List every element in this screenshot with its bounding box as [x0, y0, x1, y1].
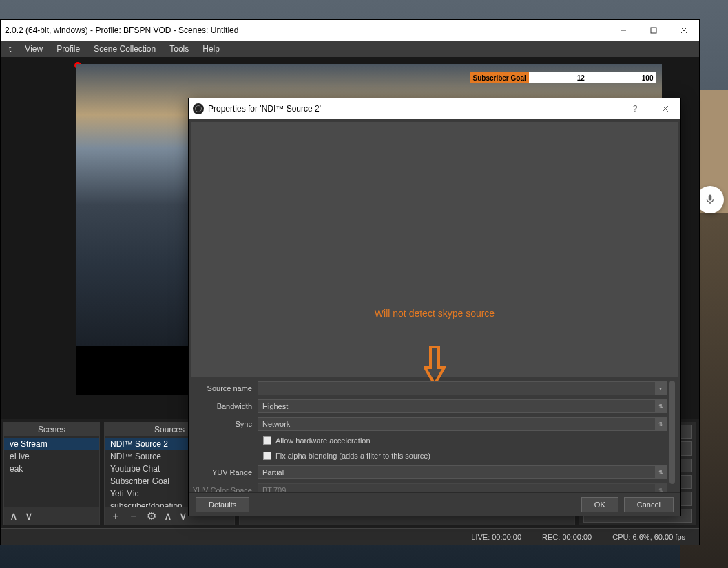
menu-item[interactable]: Scene Collection	[87, 41, 163, 56]
sub-goal-max: 100	[642, 74, 654, 82]
label-bandwidth: Bandwidth	[189, 402, 258, 410]
label-source-name: Source name	[189, 384, 258, 392]
annotation-text: Will not detect skype source	[375, 308, 495, 319]
window-title: 2.0.2 (64-bit, windows) - Profile: BFSPN…	[5, 25, 238, 35]
source-name-dropdown[interactable]: ▾	[258, 381, 667, 395]
microphone-icon	[704, 193, 716, 206]
yuv-range-dropdown[interactable]: Partial⇅	[258, 465, 667, 479]
close-icon	[662, 105, 669, 112]
label-fix-alpha: Fix alpha blending (adds a filter to thi…	[275, 452, 430, 460]
maximize-button[interactable]	[638, 20, 669, 41]
move-down-icon[interactable]: ∨	[179, 509, 187, 523]
scene-item[interactable]: eLive	[4, 450, 99, 463]
dialog-form: Source name ▾ Bandwidth Highest⇅ Sync Ne…	[189, 379, 680, 492]
microphone-button[interactable]	[696, 186, 724, 213]
obs-titlebar[interactable]: 2.0.2 (64-bit, windows) - Profile: BFSPN…	[1, 20, 699, 41]
dialog-preview: Will not detect skype source	[191, 122, 678, 377]
status-bar: LIVE: 00:00:00 REC: 00:00:00 CPU: 6.6%, …	[1, 528, 699, 545]
menu-item[interactable]: t	[2, 41, 18, 56]
menu-item[interactable]: Help	[196, 41, 227, 56]
sub-goal-current: 12	[577, 74, 585, 82]
yuv-cs-dropdown[interactable]: BT.709⇅	[258, 483, 667, 492]
sub-goal-label: Subscriber Goal	[470, 72, 529, 83]
minimize-button[interactable]	[608, 20, 638, 41]
scenes-panel: Scenes ve Stream eLive eak ∧ ∨	[3, 422, 100, 525]
move-up-icon[interactable]: ∧	[10, 509, 18, 523]
ok-button[interactable]: OK	[581, 497, 618, 512]
status-rec: REC: 00:00:00	[542, 533, 592, 541]
menu-item[interactable]: Profile	[50, 41, 87, 56]
obs-menubar: t View Profile Scene Collection Tools He…	[1, 41, 699, 57]
svg-rect-1	[651, 28, 656, 33]
scenes-header: Scenes	[4, 423, 99, 436]
label-yuv-cs: YUV Color Space	[189, 486, 258, 492]
close-button[interactable]	[669, 20, 699, 41]
dialog-titlebar[interactable]: Properties for 'NDI™ Source 2' ?	[189, 98, 680, 119]
label-yuv-range: YUV Range	[189, 468, 258, 476]
menu-item[interactable]: Tools	[163, 41, 196, 56]
dialog-close-button[interactable]	[650, 98, 680, 119]
allow-hw-checkbox[interactable]	[263, 436, 271, 445]
status-cpu: CPU: 6.6%, 60.00 fps	[612, 533, 685, 541]
dialog-title: Properties for 'NDI™ Source 2'	[208, 104, 321, 114]
scene-item[interactable]: eak	[4, 463, 99, 475]
dialog-button-row: Defaults OK Cancel	[189, 492, 680, 516]
fix-alpha-checkbox[interactable]	[263, 452, 271, 460]
status-live: LIVE: 00:00:00	[471, 533, 521, 541]
remove-icon[interactable]: −	[128, 510, 139, 523]
defaults-button[interactable]: Defaults	[196, 497, 249, 512]
gear-icon[interactable]: ⚙	[146, 509, 157, 523]
bandwidth-dropdown[interactable]: Highest⇅	[258, 399, 667, 413]
scrollbar[interactable]	[669, 381, 675, 484]
menu-item[interactable]: View	[18, 41, 50, 56]
dialog-help-button[interactable]: ?	[620, 98, 650, 119]
subscriber-goal-overlay: Subscriber Goal 12 100	[470, 72, 656, 83]
label-allow-hw: Allow hardware acceleration	[275, 436, 371, 445]
sync-dropdown[interactable]: Network⇅	[258, 417, 667, 431]
cancel-button[interactable]: Cancel	[624, 497, 674, 512]
add-icon[interactable]: +	[110, 510, 121, 523]
scene-item[interactable]: ve Stream	[4, 438, 99, 450]
properties-dialog: Properties for 'NDI™ Source 2' ? Will no…	[188, 98, 681, 516]
label-sync: Sync	[189, 420, 258, 428]
move-down-icon[interactable]: ∨	[25, 509, 33, 523]
move-up-icon[interactable]: ∧	[164, 509, 172, 523]
obs-icon	[193, 103, 204, 114]
